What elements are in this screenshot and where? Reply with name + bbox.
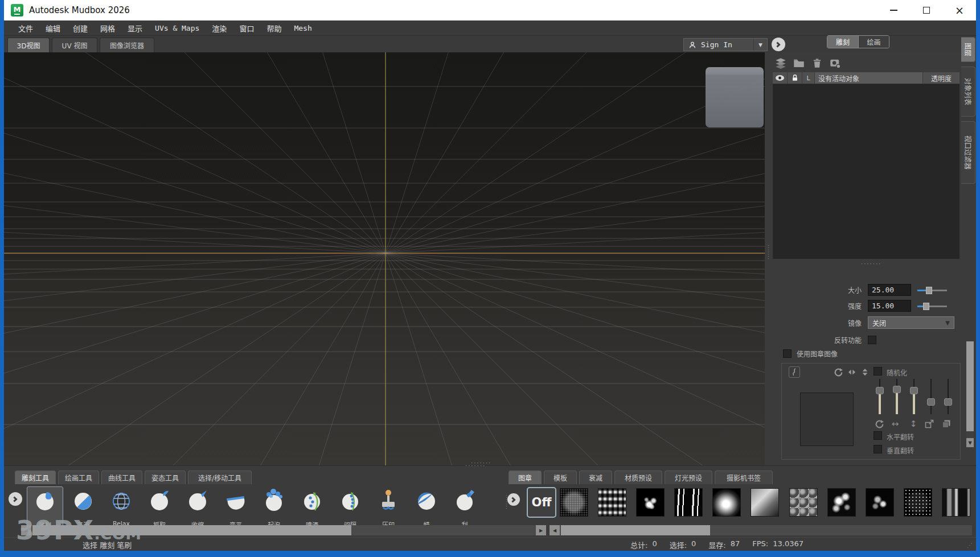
tool-flatten[interactable]: 变平 [218, 486, 254, 531]
menu-uvs-maps[interactable]: UVs & Maps [149, 24, 206, 32]
stamps-scrollbar[interactable]: ◀ [550, 525, 972, 535]
menu-edit[interactable]: 编辑 [39, 23, 67, 34]
invert-checkbox[interactable] [868, 336, 876, 344]
flip-stamp-v-button[interactable] [860, 367, 870, 377]
stamp-thumbnail[interactable] [636, 488, 665, 517]
stamp-thumbnail[interactable] [712, 488, 741, 517]
tab-paint-tools[interactable]: 绘画工具 [58, 471, 99, 484]
strength-slider[interactable] [917, 302, 947, 310]
tray-splitter-handle[interactable]: ······· [465, 463, 486, 469]
tool-spacing[interactable]: 间隔 [332, 486, 368, 531]
stamp-thumbnail[interactable] [674, 488, 703, 517]
tool-foamy[interactable]: 起泡 [256, 486, 292, 531]
tab-image-browser[interactable]: 图像浏览器 [100, 38, 154, 52]
randomize-checkbox[interactable] [874, 367, 882, 376]
random-scale-h-button[interactable]: ↔ [890, 419, 900, 429]
side-tab-layers[interactable]: 图层 [961, 37, 975, 62]
stamp-off-button[interactable]: Off [527, 487, 556, 518]
tool-spray[interactable]: 喷洒 [294, 486, 330, 531]
stamp-thumbnail[interactable] [598, 488, 626, 517]
tools-scrollbar[interactable]: ◀ ▶ [21, 525, 546, 535]
tab-sculpt-layers[interactable]: 雕刻 [827, 36, 858, 48]
minimize-button[interactable] [877, 0, 910, 20]
properties-splitter-handle[interactable]: ······· [861, 261, 881, 267]
tab-camera-bookmarks[interactable]: 摄影机书签 [715, 471, 773, 484]
properties-scrollbar[interactable]: ▼ [966, 341, 974, 447]
tab-stamps[interactable]: 图章 [509, 471, 542, 484]
stamp-thumbnail[interactable] [942, 488, 970, 517]
side-tab-object-list[interactable]: 对象列表 [961, 67, 975, 117]
size-slider-handle[interactable] [926, 287, 932, 294]
panel-collapse-chevron[interactable] [772, 38, 785, 51]
use-stamp-checkbox[interactable] [783, 349, 792, 358]
duplicate-stamp-button[interactable] [941, 419, 952, 429]
tool-scrape[interactable]: 刮 [446, 486, 483, 531]
menu-render[interactable]: 渲染 [206, 23, 233, 34]
layer-group-button[interactable] [793, 57, 805, 69]
tools-scroll-right-button[interactable]: ▶ [536, 525, 546, 535]
maximize-button[interactable] [910, 0, 943, 20]
tool-imprint[interactable]: 压印 [370, 486, 407, 531]
tab-falloff[interactable]: 衰减 [579, 471, 612, 484]
stamp-layer-button[interactable] [829, 57, 842, 69]
tool-grab[interactable]: 抓取 [141, 486, 178, 531]
tab-select-move-tools[interactable]: 选择/移动工具 [188, 471, 252, 484]
sign-in-button[interactable]: Sign In ▼ [683, 38, 768, 51]
menu-display[interactable]: 显示 [121, 23, 149, 34]
menu-mesh[interactable]: Mesh [288, 24, 318, 32]
tools-scroll-left-button[interactable]: ◀ [21, 525, 31, 535]
delete-layer-button[interactable] [811, 57, 823, 69]
random-slider-2[interactable] [893, 379, 901, 414]
random-slider-1[interactable] [876, 379, 884, 414]
tab-pose-tools[interactable]: 姿态工具 [145, 471, 186, 484]
stamps-scroll-chevron[interactable] [507, 493, 520, 506]
panel-splitter-handle[interactable]: ······· [765, 245, 771, 260]
tab-material-presets[interactable]: 材质预设 [614, 471, 662, 484]
stamp-thumbnail[interactable] [827, 488, 856, 517]
tab-sculpt-tools[interactable]: 雕刻工具 [15, 471, 56, 484]
tool-smooth[interactable]: 平滑 [65, 486, 101, 531]
size-input[interactable]: 25.00 [868, 284, 911, 296]
tool-relax[interactable]: Relax [103, 486, 140, 531]
flip-h-checkbox[interactable] [874, 431, 882, 440]
resize-grip-icon[interactable]: ⋰ [967, 542, 973, 548]
size-slider[interactable] [917, 286, 947, 294]
scroll-down-button[interactable]: ▼ [966, 438, 974, 447]
random-scale-v-button[interactable]: ↕ [908, 419, 919, 429]
tab-paint-layers[interactable]: 绘画 [858, 36, 889, 48]
stamps-scroll-left-button[interactable]: ◀ [550, 525, 560, 535]
tab-light-presets[interactable]: 灯光预设 [665, 471, 712, 484]
new-layer-button[interactable] [774, 57, 787, 69]
tool-sculpt[interactable]: 雕刻 [27, 486, 63, 531]
layer-list[interactable] [773, 84, 960, 259]
random-rotate-button[interactable] [874, 419, 884, 429]
export-stamp-button[interactable] [924, 419, 934, 429]
stamp-thumbnail[interactable] [904, 488, 932, 517]
menu-file[interactable]: 文件 [12, 23, 39, 34]
rotate-stamp-button[interactable] [833, 367, 843, 377]
menu-window[interactable]: 窗口 [233, 23, 260, 34]
flip-v-checkbox[interactable] [874, 445, 882, 453]
menu-create[interactable]: 创建 [67, 23, 94, 34]
random-slider-3[interactable] [910, 379, 918, 414]
mirror-dropdown[interactable]: 关闭 ▼ [868, 316, 954, 329]
menu-mesh-grid[interactable]: 网格 [94, 23, 121, 34]
random-slider-4[interactable] [927, 379, 935, 414]
stamp-thumbnail[interactable] [789, 488, 818, 517]
3d-viewport[interactable]: ······· [4, 52, 765, 465]
tools-scroll-chevron[interactable] [9, 492, 22, 506]
stamp-thumbnail[interactable] [866, 488, 894, 517]
tab-uv-view[interactable]: UV 视图 [52, 38, 97, 52]
strength-input[interactable]: 15.00 [868, 300, 911, 312]
flip-stamp-h-button[interactable] [847, 367, 857, 377]
strength-slider-handle[interactable] [923, 303, 929, 310]
stamp-thumbnail[interactable] [560, 488, 588, 517]
sign-in-dropdown-icon[interactable]: ▼ [753, 39, 767, 51]
tool-pinch[interactable]: 收缩 [179, 486, 216, 531]
stamp-curve-chip[interactable] [789, 366, 800, 378]
stamp-thumbnail[interactable] [751, 488, 779, 517]
lock-column[interactable] [788, 72, 802, 84]
close-button[interactable]: × [943, 0, 976, 20]
visibility-column[interactable] [773, 72, 788, 84]
tab-curve-tools[interactable]: 曲线工具 [101, 471, 142, 484]
